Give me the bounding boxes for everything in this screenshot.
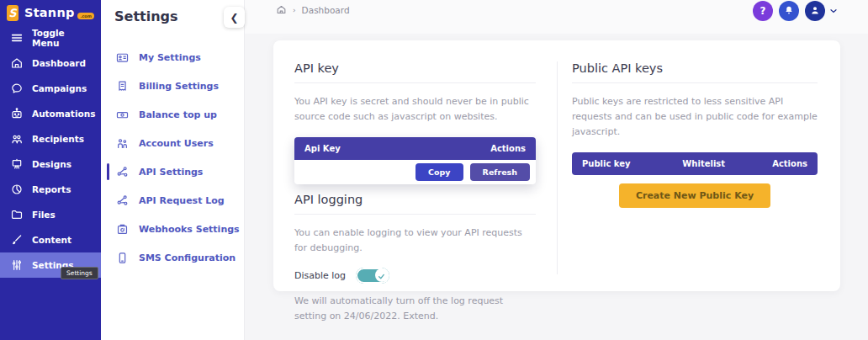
brush-icon [10, 233, 24, 247]
extend-link[interactable]: Extend. [403, 311, 438, 321]
users-icon [115, 136, 130, 151]
subnav-item-my-settings[interactable]: My Settings [101, 43, 244, 72]
sidebar-item-campaigns[interactable]: Campaigns [0, 76, 101, 101]
subnav-item-account-users[interactable]: Account Users [101, 129, 244, 157]
sidebar-item-dashboard[interactable]: Dashboard [0, 50, 101, 76]
brand-name: Stannp [24, 6, 74, 19]
id-card-icon [115, 50, 130, 65]
home-icon[interactable] [276, 4, 287, 15]
sidebar-item-label: Designs [32, 159, 71, 169]
settings-subnav: Settings My Settings Billing Settings Ba… [101, 0, 245, 340]
breadcrumb-dashboard[interactable]: Dashboard [302, 5, 350, 15]
sidebar-item-label: Recipients [32, 134, 84, 144]
robot-icon [10, 107, 24, 120]
api-key-row: Copy Refresh [294, 160, 536, 184]
chat-icon [10, 82, 24, 95]
subnav-item-api-settings[interactable]: API Settings [101, 157, 244, 186]
subnav-item-label: Balance top up [139, 109, 217, 120]
sidebar-item-label: Content [32, 235, 71, 245]
sidebar-item-recipients[interactable]: Recipients [0, 126, 101, 151]
chevron-left-icon: ❮ [230, 12, 238, 24]
breadcrumb: › Dashboard [276, 4, 350, 15]
sidebar-item-label: Campaigns [32, 83, 87, 93]
settings-tooltip: Settings [61, 267, 98, 279]
subnav-item-label: Billing Settings [139, 81, 219, 92]
api-key-table-header: Api Key Actions [294, 137, 536, 160]
toggle-knob [375, 268, 389, 282]
api-logging-title: API logging [294, 193, 536, 215]
chevron-down-icon[interactable] [828, 6, 839, 16]
api-settings-card: API key You API key is secret and should… [273, 40, 840, 291]
main-area: › Dashboard ? API key You API key is sec… [245, 0, 868, 340]
sliders-icon [10, 258, 24, 272]
nodes-icon [115, 165, 130, 179]
help-button[interactable]: ? [753, 1, 773, 21]
receipt-icon [115, 79, 130, 93]
user-icon [809, 3, 821, 19]
public-key-column-header: Public key [582, 159, 656, 168]
sidebar-item-toggle-menu[interactable]: Toggle Menu [0, 25, 101, 50]
home-icon [10, 56, 24, 70]
create-new-public-key-button[interactable]: Create New Public Key [619, 183, 770, 208]
sidebar-item-designs[interactable]: Designs [0, 151, 101, 177]
brand-logo[interactable]: S Stannp .com [0, 0, 101, 25]
subnav-item-label: Webhooks Settings [139, 224, 240, 235]
clipboard-hook-icon [115, 222, 130, 236]
sidebar-item-label: Automations [32, 109, 95, 119]
actions-column-header: Actions [751, 159, 807, 168]
easel-icon [10, 157, 24, 171]
hamburger-icon [10, 31, 24, 45]
api-key-section: API key You API key is secret and should… [273, 40, 557, 291]
breadcrumb-separator: › [293, 6, 296, 14]
account-button[interactable] [805, 1, 825, 21]
brand-logo-icon: S [7, 5, 19, 21]
sidebar-item-content[interactable]: Content [0, 227, 101, 252]
api-key-column-header: Api Key [304, 144, 341, 153]
api-key-table: Api Key Actions Copy Refresh [294, 137, 536, 184]
refresh-button[interactable]: Refresh [470, 163, 530, 181]
subnav-title: Settings [101, 0, 244, 24]
public-api-keys-section: Public API keys Public keys are restrict… [558, 40, 840, 291]
api-logging-description: You can enable logging to view your API … [294, 226, 536, 256]
api-key-title: API key [294, 61, 536, 83]
sidebar-item-reports[interactable]: Reports [0, 177, 101, 202]
subnav-item-label: SMS Configuration [139, 252, 236, 263]
sidebar-item-automations[interactable]: Automations [0, 101, 101, 126]
subnav-item-billing-settings[interactable]: Billing Settings [101, 72, 244, 100]
main-sidebar: S Stannp .com Toggle Menu Dashboard Camp… [0, 0, 101, 340]
disable-log-label: Disable log [294, 270, 346, 281]
subnav-item-sms-configuration[interactable]: SMS Configuration [101, 243, 244, 272]
subnav-item-label: Account Users [139, 138, 214, 149]
sidebar-item-files[interactable]: Files [0, 202, 101, 227]
check-icon [378, 268, 385, 284]
subnav-item-api-request-log[interactable]: API Request Log [101, 186, 244, 215]
sidebar-item-label: Reports [32, 184, 71, 194]
auto-off-note: We will automatically turn off the log r… [294, 294, 536, 324]
subnav-item-webhooks-settings[interactable]: Webhooks Settings [101, 215, 244, 243]
actions-column-header: Actions [490, 144, 526, 153]
whitelist-column-header: Whitelist [656, 159, 751, 168]
sidebar-item-label: Toggle Menu [32, 28, 91, 48]
notifications-button[interactable] [779, 1, 799, 21]
people-icon [10, 132, 24, 146]
subnav-collapse-button[interactable]: ❮ [224, 7, 245, 28]
phone-icon [115, 251, 130, 265]
bell-icon [783, 3, 795, 19]
api-key-description: You API key is secret and should never b… [294, 94, 536, 125]
pie-chart-icon [10, 183, 24, 196]
subnav-item-label: My Settings [139, 52, 201, 63]
question-mark-icon: ? [760, 5, 766, 17]
subnav-item-label: API Settings [139, 167, 203, 178]
nodes-icon [115, 194, 130, 208]
folder-icon [10, 208, 24, 221]
sidebar-item-label: Files [32, 210, 56, 220]
disable-log-toggle[interactable] [356, 268, 389, 284]
note-text: We will automatically turn off the log r… [294, 295, 503, 321]
copy-button[interactable]: Copy [415, 163, 463, 181]
banknote-icon [115, 108, 130, 122]
public-keys-description: Public keys are restricted to less sensi… [572, 94, 818, 140]
public-keys-table-header: Public key Whitelist Actions [572, 152, 818, 175]
public-keys-title: Public API keys [572, 61, 818, 83]
subnav-item-label: API Request Log [139, 195, 225, 206]
subnav-item-balance-top-up[interactable]: Balance top up [101, 100, 244, 129]
